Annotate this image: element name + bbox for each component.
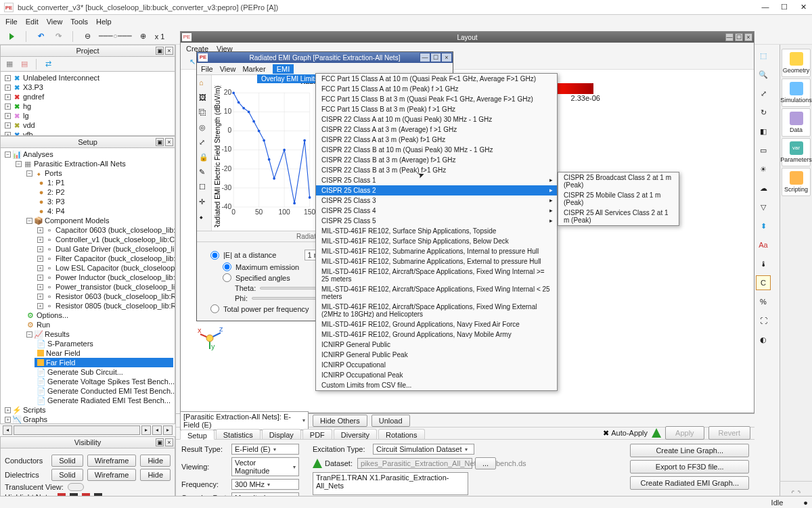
cube-icon[interactable]: ◧ [756, 124, 771, 139]
menu-emi[interactable]: EMI [273, 64, 294, 74]
emi-limit-item[interactable]: Custom Limits from CSV file... [316, 380, 557, 390]
tab-rotations[interactable]: Rotations [378, 429, 424, 439]
rotate-icon[interactable]: ↻ [756, 105, 771, 120]
tab-geometry[interactable]: Geometry [782, 49, 811, 77]
tab-setup[interactable]: Setup [180, 430, 215, 440]
excitation-select[interactable]: Circuit Simulation Dataset [373, 444, 474, 455]
auto-apply-checkbox[interactable]: ✖Auto-Apply [603, 429, 648, 438]
power-radio[interactable] [210, 304, 219, 313]
light-icon[interactable]: ☀ [756, 162, 771, 177]
emi-limit-item[interactable]: FCC Part 15 Class A at 10 m (Peak) f >1 … [316, 84, 557, 94]
emi-limit-item[interactable]: MIL-STD-461F RE102, Aircraft/Space Appli… [316, 284, 557, 302]
redo-icon[interactable]: ↷ [52, 30, 64, 43]
emi-limit-item[interactable]: ICNIRP General Public [316, 340, 557, 350]
close-panel-icon[interactable]: × [165, 47, 173, 55]
viewing-select[interactable]: Vector Magnitude [231, 457, 299, 476]
zoom-out-icon[interactable]: ⊖ [81, 30, 93, 43]
apply-button[interactable]: Apply [665, 426, 704, 440]
zoom-icon[interactable]: 🔍 [756, 67, 771, 82]
text-icon[interactable]: Aa [756, 237, 771, 252]
close-panel-icon[interactable]: × [165, 138, 173, 146]
db-icon[interactable]: ▦ [3, 58, 16, 70]
emi-sublimit-item[interactable]: CISPR 25 Broadcast Class 2 at 1 m (Peak) [558, 172, 679, 190]
emi-limit-item[interactable]: CISPR 22 Class B at 3 m (Peak) f>1 GHz [316, 165, 557, 175]
filter-icon[interactable]: ▽ [756, 200, 771, 214]
cloud-icon[interactable]: ☁ [756, 181, 771, 195]
minimize-icon[interactable]: — [761, 3, 770, 11]
tree-item-component[interactable]: +▫Filter Capacitor (buck_closeloop_lib:F… [35, 254, 173, 263]
emi-limit-item[interactable]: CISPR 22 Class A at 3 m (Average) f >1 G… [316, 124, 557, 135]
solid-button[interactable]: Solid [51, 455, 83, 467]
target-icon[interactable]: ◎ [198, 122, 210, 135]
tree-item-component[interactable]: +▫Controller_v1 (buck_closeloop_lib:Cont… [35, 235, 173, 244]
setup-tree[interactable]: −📊Analyses −▦Parasitic Extraction-All Ne… [0, 148, 175, 424]
emi-limit-item[interactable]: CISPR 25 Class 4 [316, 206, 557, 216]
tab-diversity[interactable]: Diversity [334, 429, 377, 439]
undock-icon[interactable]: ▣ [156, 47, 164, 55]
emi-limit-item[interactable]: CISPR 22 Class B at 3 m (Average) f>1 GH… [316, 155, 557, 165]
copy-icon[interactable]: ⿻ [198, 108, 210, 120]
layer-icon[interactable]: ▤ [18, 58, 30, 70]
percent-icon[interactable]: % [756, 294, 771, 309]
wireframe-button[interactable]: Wireframe [87, 455, 137, 467]
emi-limit-item[interactable]: MIL-STD-461F RE102, Ground Applications,… [316, 319, 557, 329]
emi-limit-item[interactable]: MIL-STD-461F RE102, Surface Ship Applica… [316, 236, 557, 246]
emi-limits-menu[interactable]: FCC Part 15 Class A at 10 m (Quasi Peak … [315, 73, 558, 391]
crosshair-icon[interactable]: ✛ [198, 197, 210, 209]
tree-item-component[interactable]: +▫Capacitor 0603 (buck_closeloop_lib:Cap… [35, 225, 173, 235]
tab-data[interactable]: Data [782, 108, 811, 137]
close-icon[interactable]: ✕ [798, 3, 808, 11]
hide-others-button[interactable]: Hide Others [313, 415, 367, 427]
menu-file[interactable]: File [5, 18, 18, 26]
tran-list[interactable]: TranPE1.TRAN X1.Parasitic_Extraction-All… [313, 472, 468, 495]
menu-tools[interactable]: Tools [70, 18, 88, 26]
zoom-fit-icon[interactable]: ⤢ [756, 86, 771, 101]
dataset-field[interactable]: pikes_Parasitic_Extraction_All_Nets_test… [357, 458, 472, 469]
emi-limit-item[interactable]: FCC Part 15 Class B at 3 m (Quasi Peak F… [316, 94, 557, 104]
play-icon[interactable] [5, 30, 18, 43]
create-line-graph-button[interactable]: Create Line Graph... [630, 444, 749, 457]
emi-limit-item[interactable]: CISPR 25 Class 2 [316, 185, 557, 195]
hide-button[interactable]: Hide [140, 455, 171, 467]
emi-limit-item[interactable]: ICNIRP Occupational [316, 360, 557, 370]
menu-help[interactable]: Help [96, 18, 112, 26]
c-icon[interactable]: C [756, 275, 771, 290]
maximize-icon[interactable]: ☐ [780, 3, 789, 11]
sliders-icon[interactable]: ⛶ [756, 313, 771, 328]
emi-limit-item[interactable]: CISPR 22 Class A at 3 m (Peak) f>1 GHz [316, 135, 557, 145]
emi-limit-item[interactable]: CISPR 25 Class 5 [316, 216, 557, 226]
face-icon[interactable]: ▭ [756, 143, 771, 158]
select-icon[interactable]: ⬚ [756, 48, 771, 63]
chart-icon[interactable]: ⬍ [756, 218, 771, 233]
tree-item-component[interactable]: +▫Resistor 0805 (buck_closeloop_lib:Resi… [35, 301, 173, 310]
expand-icon[interactable]: ⤢ [198, 137, 210, 149]
thermo-icon[interactable]: 🌡 [756, 256, 771, 271]
emi-limit-item[interactable]: MIL-STD-461F RE102, Submarine Applicatio… [316, 246, 557, 256]
emi-limit-item[interactable]: FCC Part 15 Class A at 10 m (Quasi Peak … [316, 74, 557, 84]
lock-icon[interactable]: 🔒 [198, 152, 210, 164]
emi-limit-item[interactable]: MIL-STD-461F RE102, Ground Applications,… [316, 329, 557, 340]
emi-limit-item[interactable]: MIL-STD-461F RE102, Surface Ship Applica… [316, 226, 557, 236]
emi-limit-item[interactable]: FCC Part 15 Class B at 3 m (Peak) f >1 G… [316, 104, 557, 114]
result-selector[interactable]: [Parasitic Extraction-All Nets]: E-Field… [180, 411, 309, 430]
emi-sublimit-item[interactable]: CISPR 25 Mobile Class 2 at 1 m (Peak) [558, 190, 679, 208]
frequency-select[interactable]: 300 MHz [231, 479, 299, 490]
emi-limit-item[interactable]: MIL-STD-461F RE102, Aircraft/Space Appli… [316, 267, 557, 284]
angles-radio[interactable] [223, 273, 231, 282]
tree-item-component[interactable]: +▫Dual Gate Driver (buck_closeloop_lib:D… [35, 244, 173, 254]
dist-radio[interactable] [210, 251, 219, 260]
translucent-toggle[interactable] [68, 483, 84, 491]
tab-statistics[interactable]: Statistics [216, 429, 261, 439]
emi-limit-item[interactable]: ICNIRP General Public Peak [316, 350, 557, 360]
tab-display[interactable]: Display [262, 429, 301, 439]
emi-limit-item[interactable]: MIL-STD-461F RE102, Aircraft/Space Appli… [316, 302, 557, 319]
emi-limit-item[interactable]: CISPR 25 Class 1 [316, 175, 557, 185]
zoom-in-icon[interactable]: ⊕ [137, 30, 150, 43]
undock-icon[interactable]: ▣ [156, 138, 164, 146]
tab-parameters[interactable]: varParameters [782, 138, 811, 166]
undo-icon[interactable]: ↶ [35, 30, 47, 43]
emi-limit-item[interactable]: CISPR 22 Class A at 10 m (Quasi Peak) 30… [316, 114, 557, 124]
tab-pdf[interactable]: PDF [302, 429, 332, 439]
marker-icon[interactable]: ⬥ [198, 212, 210, 224]
home-icon[interactable]: ⌂ [198, 78, 210, 90]
